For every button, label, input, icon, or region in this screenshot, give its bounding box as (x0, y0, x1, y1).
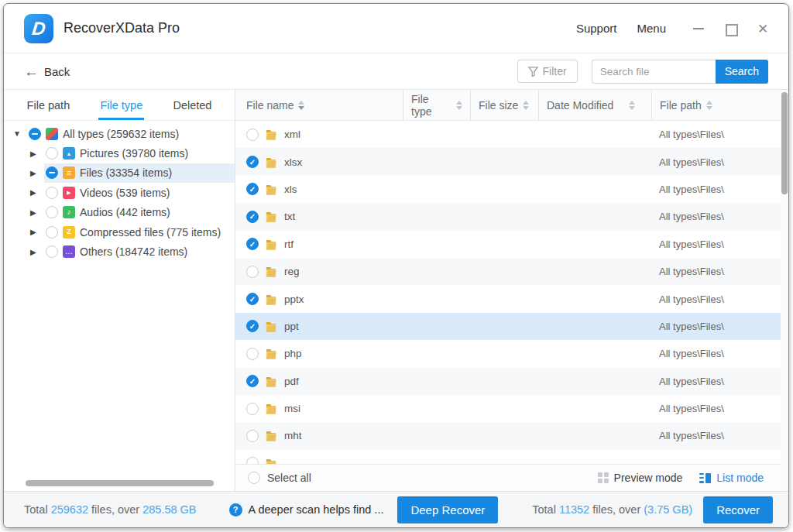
file-path-cell: All types\Files\ (651, 395, 788, 422)
tree-checkbox-icon[interactable] (46, 187, 58, 199)
file-size-cell (470, 285, 538, 312)
tree-checkbox-icon[interactable] (46, 226, 58, 239)
back-button[interactable]: Back (24, 64, 70, 79)
row-checkbox-icon[interactable] (246, 211, 259, 223)
row-checkbox-icon[interactable] (246, 129, 259, 141)
row-checkbox-icon[interactable] (246, 320, 259, 332)
vertical-scrollbar[interactable] (781, 90, 788, 491)
sort-icon[interactable] (706, 101, 712, 110)
tree-item[interactable]: Audios (442 items) (4, 203, 235, 222)
tree-expand-arrow-icon[interactable] (30, 248, 44, 256)
column-header-file-path[interactable]: File path (651, 90, 788, 120)
deep-recover-button[interactable]: Deep Recover (397, 496, 498, 523)
search-button[interactable]: Search (716, 60, 768, 84)
file-path-cell: All types\Files\ (651, 340, 788, 367)
file-path-cell: All types\Files\ (651, 285, 788, 312)
tab-file-type[interactable]: File type (97, 90, 146, 120)
table-row[interactable]: xls All types\Files\ (235, 176, 788, 203)
tree-expand-arrow-icon[interactable] (30, 228, 44, 236)
tree-expand-arrow-icon[interactable] (30, 169, 44, 177)
tree-expand-arrow-icon[interactable] (30, 188, 44, 197)
table-row[interactable]: pdf All types\Files\ (235, 368, 788, 395)
folder-icon (265, 211, 278, 222)
date-modified-cell (538, 450, 651, 464)
tree-checkbox-icon[interactable] (46, 245, 58, 258)
row-checkbox-icon[interactable] (246, 457, 259, 464)
category-icon (63, 206, 75, 218)
table-row[interactable]: xlsx All types\Files\ (235, 148, 788, 175)
tree-item[interactable]: Compressed files (775 items) (4, 222, 235, 242)
scrollbar-thumb[interactable] (781, 92, 788, 194)
table-row[interactable]: pptx All types\Files\ (235, 285, 788, 312)
titlebar: RecoverXData Pro Support Menu (4, 4, 788, 53)
table-row[interactable] (235, 450, 788, 464)
file-type-cell (403, 121, 470, 148)
recover-button[interactable]: Recover (703, 496, 773, 523)
row-checkbox-icon[interactable] (246, 430, 259, 442)
table-row[interactable]: xml All types\Files\ (235, 121, 788, 148)
tree-item[interactable]: Others (184742 items) (4, 242, 235, 261)
status-bar: Total 259632 files, over 285.58 GB A dee… (4, 491, 788, 527)
tree-item-label: Compressed files (775 items) (80, 226, 221, 239)
select-all-circle-icon[interactable] (248, 472, 260, 484)
row-checkbox-icon[interactable] (246, 403, 259, 415)
sort-icon[interactable] (456, 101, 462, 110)
row-checkbox-icon[interactable] (246, 375, 259, 387)
filter-button[interactable]: Filter (517, 60, 578, 83)
tree-checkbox-icon[interactable] (46, 166, 58, 179)
tree-expand-arrow-icon[interactable] (30, 149, 44, 158)
sidebar-tabs: File path File type Deleted (4, 90, 235, 121)
column-header-file-size[interactable]: File size (470, 90, 538, 120)
tab-deleted[interactable]: Deleted (170, 90, 215, 120)
close-icon[interactable] (757, 22, 770, 35)
row-checkbox-icon[interactable] (246, 183, 259, 195)
table-row[interactable]: rtf All types\Files\ (235, 231, 788, 258)
select-all-checkbox[interactable]: Select all (248, 472, 311, 484)
column-header-file-name[interactable]: File name (235, 90, 403, 120)
table-row[interactable]: php All types\Files\ (235, 340, 788, 367)
tab-file-path[interactable]: File path (24, 90, 74, 120)
tree-item[interactable]: Videos (539 items) (4, 183, 235, 202)
table-rows: xml All types\Files\ xlsx All types\File… (235, 121, 788, 464)
row-checkbox-icon[interactable] (246, 266, 259, 278)
total-files-count: 259632 (51, 503, 88, 516)
date-modified-cell (538, 148, 651, 175)
tree-item[interactable]: All types (259632 items) (4, 124, 235, 143)
tree-expand-arrow-icon[interactable] (30, 208, 44, 217)
support-link[interactable]: Support (576, 22, 617, 35)
table-row[interactable]: reg All types\Files\ (235, 258, 788, 285)
category-icon (63, 166, 75, 179)
tree-item[interactable]: Files (33354 items) (4, 163, 235, 183)
tree-item[interactable]: Pictures (39780 items) (4, 143, 235, 163)
sort-icon[interactable] (523, 101, 529, 110)
sort-icon[interactable] (298, 101, 304, 110)
tree-checkbox-icon[interactable] (29, 128, 41, 140)
row-checkbox-icon[interactable] (246, 156, 259, 168)
table-row[interactable]: msi All types\Files\ (235, 395, 788, 422)
category-icon (63, 226, 75, 239)
column-header-file-type[interactable]: File type (403, 90, 470, 120)
sort-icon[interactable] (629, 101, 635, 110)
help-icon[interactable] (229, 503, 242, 517)
search-input[interactable] (592, 60, 716, 84)
folder-icon (265, 156, 278, 168)
file-size-cell (470, 203, 538, 230)
menu-link[interactable]: Menu (637, 22, 666, 35)
tree-checkbox-icon[interactable] (46, 147, 58, 160)
app-title: RecoverXData Pro (64, 20, 180, 36)
horizontal-scrollbar[interactable] (26, 480, 214, 486)
table-row[interactable]: mht All types\Files\ (235, 422, 788, 449)
file-size-cell (470, 368, 538, 395)
row-checkbox-icon[interactable] (246, 293, 259, 305)
row-checkbox-icon[interactable] (246, 348, 259, 360)
preview-mode-button[interactable]: Preview mode (598, 472, 683, 484)
column-header-date-modified[interactable]: Date Modified (538, 90, 651, 120)
row-checkbox-icon[interactable] (246, 238, 259, 250)
tree-expand-arrow-icon[interactable] (13, 129, 27, 138)
table-row[interactable]: txt All types\Files\ (235, 203, 788, 230)
maximize-icon[interactable] (725, 22, 737, 35)
tree-checkbox-icon[interactable] (46, 206, 58, 218)
table-row[interactable]: ppt All types\Files\ (235, 313, 788, 340)
minimize-icon[interactable] (692, 22, 705, 35)
list-mode-button[interactable]: List mode (699, 472, 764, 484)
